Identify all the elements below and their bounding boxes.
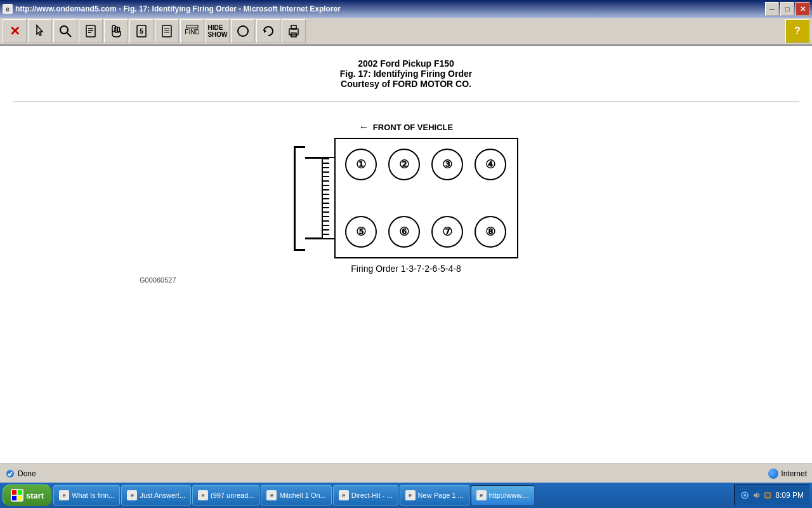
taskbar-item-label-1: Just Answer!... — [140, 491, 185, 499]
taskbar-clock: 8:09 PM — [775, 491, 804, 500]
doc3-btn[interactable] — [155, 19, 179, 43]
start-icon — [11, 489, 23, 502]
bottom-cylinder-row: ⑤ ⑥ ⑦ ⑧ — [345, 216, 506, 248]
taskbar-item-label-0: What Is firin... — [72, 491, 114, 499]
taskbar-item-label-4: Direct-Hit - ... — [351, 491, 393, 499]
svg-text:FIND: FIND — [185, 29, 199, 36]
taskbar-item-0[interactable]: e What Is firin... — [53, 485, 120, 505]
svg-point-28 — [743, 494, 746, 497]
taskbar-item-1[interactable]: e Just Answer!... — [121, 485, 191, 505]
taskbar-item-icon-5: e — [405, 490, 416, 500]
find-btn[interactable]: FIND — [180, 19, 204, 43]
status-done-text: Done — [18, 469, 36, 478]
doc2-btn[interactable]: 5 — [129, 19, 154, 43]
svg-rect-23 — [12, 490, 16, 495]
firing-order-label: Firing Order 1-3-7-2-6-5-4-8 — [351, 264, 461, 274]
svg-point-17 — [238, 26, 248, 36]
taskbar-item-label-2: (997 unread... — [211, 491, 254, 499]
engine-block: ① ② ③ ④ ⑤ ⑥ ⑦ ⑧ — [334, 138, 518, 258]
tray-icons: ! — [740, 490, 773, 500]
cylinder-6: ⑥ — [388, 216, 420, 248]
svg-rect-2 — [86, 25, 95, 37]
front-label-text: FRONT OF VEHICLE — [373, 123, 453, 132]
taskbar-right: ! 8:09 PM — [734, 485, 809, 506]
taskbar-items: e What Is firin... e Just Answer!... e (… — [53, 485, 733, 505]
print-btn[interactable] — [282, 19, 306, 43]
taskbar-item-icon-4: e — [339, 490, 349, 500]
taskbar-item-icon-3: e — [266, 490, 277, 500]
svg-marker-18 — [264, 29, 266, 33]
crank-arm-top — [305, 157, 322, 159]
cylinder-8: ⑧ — [475, 216, 506, 248]
hideshow-btn[interactable]: HIDESHOW — [206, 19, 230, 43]
front-label: ← FRONT OF VEHICLE — [359, 121, 453, 133]
courtesy-title: Courtesy of FORD MOTOR CO. — [13, 79, 799, 89]
taskbar-item-icon-2: e — [198, 490, 208, 500]
diagram-container: ← FRONT OF VEHICLE ① ② — [13, 121, 799, 284]
status-bar: Done Internet — [0, 464, 812, 483]
taskbar-item-2[interactable]: e (997 unread... — [192, 485, 260, 505]
front-arrow-icon: ← — [359, 121, 369, 133]
cylinder-4: ④ — [475, 149, 506, 180]
refresh-btn[interactable] — [256, 19, 280, 43]
ruler-marks — [322, 157, 336, 239]
cylinder-5: ⑤ — [345, 216, 377, 248]
circle-btn[interactable] — [231, 19, 255, 43]
zone-label: Internet — [781, 469, 807, 478]
taskbar: start e What Is firin... e Just Answer!.… — [0, 483, 812, 508]
svg-point-0 — [60, 26, 68, 34]
taskbar-item-icon-1: e — [127, 490, 137, 500]
crank-connectors — [305, 157, 322, 239]
engine-diagram: ① ② ③ ④ ⑤ ⑥ ⑦ ⑧ — [294, 138, 518, 258]
taskbar-item-3[interactable]: e Mitchell 1 On... — [261, 485, 331, 505]
cylinder-2: ② — [388, 149, 420, 180]
status-icon — [5, 469, 15, 479]
header-divider — [13, 102, 799, 102]
svg-rect-26 — [18, 496, 22, 500]
vehicle-title: 2002 Ford Pickup F150 — [13, 58, 799, 69]
taskbar-item-icon-6: e — [476, 490, 487, 500]
title-bar: e http://www.ondemand5.com - Fig. 17: Id… — [0, 0, 812, 18]
svg-line-1 — [67, 33, 71, 37]
cylinder-1: ① — [345, 149, 377, 180]
window-close-button[interactable]: ✕ — [796, 2, 809, 16]
ie-icon: e — [3, 4, 13, 14]
doc-btn[interactable] — [79, 19, 103, 43]
status-done: Done — [5, 469, 36, 479]
taskbar-item-6[interactable]: e http://www.... — [471, 485, 535, 505]
help-btn[interactable]: ? — [785, 19, 809, 43]
taskbar-item-label-6: http://www.... — [489, 491, 529, 499]
svg-marker-29 — [754, 492, 757, 498]
cylinder-3: ③ — [431, 149, 463, 180]
window-title: http://www.ondemand5.com - Fig. 17: Iden… — [15, 4, 765, 13]
svg-rect-16 — [187, 25, 198, 28]
start-label: start — [26, 491, 44, 500]
toolbar: ✕ 5 FIND HIDESHOW ? — [0, 18, 812, 46]
page-header: 2002 Ford Pickup F150 Fig. 17: Identifyi… — [13, 58, 799, 89]
hand-btn[interactable] — [104, 19, 128, 43]
svg-rect-24 — [18, 490, 22, 495]
crank-arm-bottom — [305, 237, 322, 239]
taskbar-item-5[interactable]: e New Page 1 ... — [400, 485, 469, 505]
top-cylinder-row: ① ② ③ ④ — [345, 149, 506, 180]
svg-rect-11 — [162, 25, 171, 37]
main-content: 2002 Ford Pickup F150 Fig. 17: Identifyi… — [0, 46, 812, 464]
tray-icon-security: ! — [763, 490, 773, 500]
taskbar-item-4[interactable]: e Direct-Hit - ... — [333, 485, 398, 505]
maximize-button[interactable]: □ — [780, 2, 794, 16]
magnify-btn[interactable] — [53, 19, 77, 43]
pointer-btn[interactable] — [28, 19, 52, 43]
taskbar-item-label-5: New Page 1 ... — [418, 491, 464, 499]
diagram-id: G00060527 — [140, 276, 176, 284]
window-controls[interactable]: ─ □ ✕ — [765, 2, 809, 16]
taskbar-item-label-3: Mitchell 1 On... — [279, 491, 325, 499]
globe-icon — [768, 469, 778, 479]
start-button[interactable]: start — [3, 485, 52, 506]
crank-body — [294, 146, 305, 251]
fig-title: Fig. 17: Identifying Firing Order — [13, 69, 799, 79]
close-btn[interactable]: ✕ — [3, 19, 27, 43]
cylinder-7: ⑦ — [431, 216, 463, 248]
minimize-button[interactable]: ─ — [765, 2, 779, 16]
tray-icon-volume — [751, 490, 761, 500]
tray-icon-network — [740, 490, 750, 500]
